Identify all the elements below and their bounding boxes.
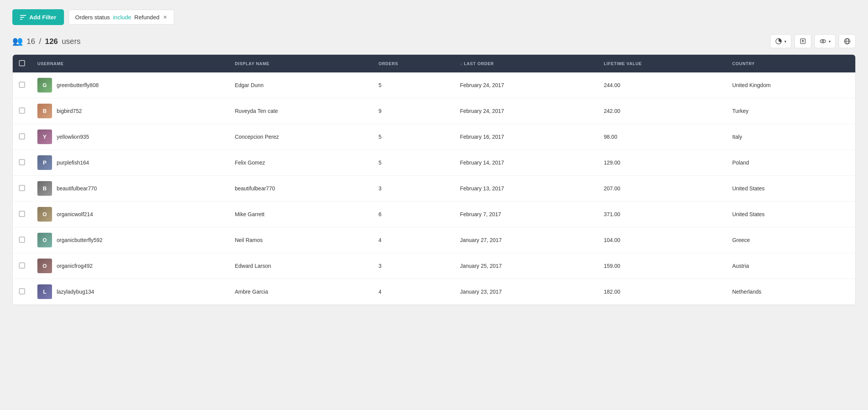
avatar: B — [37, 104, 52, 118]
display-name-cell: Edgar Dunn — [229, 72, 372, 98]
country-cell: Netherlands — [726, 279, 855, 305]
user-count: 👥 16 / 126 users — [12, 36, 81, 46]
last-order-cell: February 24, 2017 — [454, 98, 598, 124]
columns-chevron: ▾ — [829, 39, 831, 44]
username-cell: Ppurplefish164 — [31, 150, 229, 176]
username-text: purplefish164 — [57, 160, 89, 166]
users-table: USERNAME DISPLAY NAME ORDERS ↓ LAST ORDE… — [13, 55, 855, 305]
row-checkbox[interactable] — [19, 133, 25, 139]
columns-button[interactable]: ▾ — [814, 34, 836, 48]
table-row[interactable]: Llazyladybug134Ambre Garcia4January 23, … — [13, 279, 855, 305]
header-lifetime-value: LIFETIME VALUE — [597, 55, 726, 72]
last-order-cell: January 23, 2017 — [454, 279, 598, 305]
display-name-cell: Mike Garrett — [229, 202, 372, 227]
orders-cell: 3 — [372, 253, 454, 279]
filter-chip: Orders status include Refunded × — [69, 10, 174, 25]
svg-point-3 — [822, 40, 824, 42]
select-all-checkbox[interactable] — [19, 60, 25, 66]
table-row[interactable]: Oorganicfrog492Edward Larson3January 25,… — [13, 253, 855, 279]
count-label: users — [62, 37, 81, 46]
lifetime-value-cell: 371.00 — [597, 202, 726, 227]
username-text: greenbutterfly808 — [57, 82, 99, 88]
header-display-name: DISPLAY NAME — [229, 55, 372, 72]
row-check-cell — [13, 98, 31, 124]
username-text: lazyladybug134 — [57, 289, 94, 295]
users-table-container: USERNAME DISPLAY NAME ORDERS ↓ LAST ORDE… — [12, 54, 856, 305]
chart-icon — [775, 38, 782, 45]
lifetime-value-cell: 159.00 — [597, 253, 726, 279]
table-row[interactable]: Ppurplefish164Felix Gomez5February 14, 2… — [13, 150, 855, 176]
row-check-cell — [13, 72, 31, 98]
username-text: organicwolf214 — [57, 211, 93, 217]
row-check-cell — [13, 176, 31, 202]
filter-chip-include-word: include — [113, 14, 131, 20]
row-check-cell — [13, 124, 31, 150]
country-cell: Poland — [726, 150, 855, 176]
display-name-cell: Ambre Garcia — [229, 279, 372, 305]
username-cell: Ggreenbutterfly808 — [31, 72, 229, 98]
orders-cell: 4 — [372, 227, 454, 253]
row-checkbox[interactable] — [19, 185, 25, 191]
last-order-cell: February 7, 2017 — [454, 202, 598, 227]
users-icon: 👥 — [12, 36, 23, 46]
top-bar: Add Filter Orders status include Refunde… — [12, 9, 856, 25]
row-checkbox[interactable] — [19, 108, 25, 114]
country-cell: Italy — [726, 124, 855, 150]
toolbar-right: ▾ ▾ — [770, 34, 856, 48]
row-checkbox[interactable] — [19, 262, 25, 269]
count-current: 16 — [27, 37, 35, 46]
last-order-cell: January 25, 2017 — [454, 253, 598, 279]
table-row[interactable]: Ggreenbutterfly808Edgar Dunn5February 24… — [13, 72, 855, 98]
count-total: 126 — [45, 37, 58, 46]
orders-cell: 3 — [372, 176, 454, 202]
count-separator: / — [39, 37, 41, 46]
row-check-cell — [13, 279, 31, 305]
add-filter-button[interactable]: Add Filter — [12, 9, 64, 25]
chart-chevron: ▾ — [784, 39, 786, 44]
orders-cell: 5 — [372, 124, 454, 150]
row-checkbox[interactable] — [19, 82, 25, 88]
orders-cell: 5 — [372, 150, 454, 176]
country-cell: Austria — [726, 253, 855, 279]
header-check — [13, 55, 31, 72]
row-checkbox[interactable] — [19, 211, 25, 217]
avatar: L — [37, 284, 52, 299]
last-order-cell: February 14, 2017 — [454, 150, 598, 176]
country-cell: Greece — [726, 227, 855, 253]
table-row[interactable]: Yyellowlion935Concepcion Perez5February … — [13, 124, 855, 150]
display-name-cell: Concepcion Perez — [229, 124, 372, 150]
table-row[interactable]: Oorganicwolf214Mike Garrett6February 7, … — [13, 202, 855, 227]
lifetime-value-cell: 129.00 — [597, 150, 726, 176]
row-checkbox[interactable] — [19, 237, 25, 243]
display-name-cell: Edward Larson — [229, 253, 372, 279]
row-checkbox[interactable] — [19, 288, 25, 294]
username-text: organicfrog492 — [57, 263, 93, 269]
table-row[interactable]: Bbigbird752Ruveyda Ten cate9February 24,… — [13, 98, 855, 124]
username-cell: Llazyladybug134 — [31, 279, 229, 305]
lifetime-value-cell: 104.00 — [597, 227, 726, 253]
export-button[interactable] — [794, 34, 811, 48]
orders-cell: 9 — [372, 98, 454, 124]
row-check-cell — [13, 150, 31, 176]
row-check-cell — [13, 253, 31, 279]
filter-chip-close-button[interactable]: × — [163, 14, 168, 20]
avatar: G — [37, 78, 52, 92]
country-cell: United States — [726, 202, 855, 227]
table-body: Ggreenbutterfly808Edgar Dunn5February 24… — [13, 72, 855, 305]
table-row[interactable]: Oorganicbutterfly592Neil Ramos4January 2… — [13, 227, 855, 253]
table-row[interactable]: Bbeautifulbear770beautifulbear7703Februa… — [13, 176, 855, 202]
lifetime-value-cell: 182.00 — [597, 279, 726, 305]
row-checkbox[interactable] — [19, 159, 25, 165]
summary-row: 👥 16 / 126 users ▾ — [12, 34, 856, 48]
last-order-cell: February 13, 2017 — [454, 176, 598, 202]
lifetime-value-cell: 242.00 — [597, 98, 726, 124]
header-last-order[interactable]: ↓ LAST ORDER — [454, 55, 598, 72]
globe-button[interactable] — [839, 34, 856, 48]
chart-button[interactable]: ▾ — [770, 34, 791, 48]
username-cell: Bbigbird752 — [31, 98, 229, 124]
table-header: USERNAME DISPLAY NAME ORDERS ↓ LAST ORDE… — [13, 55, 855, 72]
avatar: O — [37, 207, 52, 222]
orders-cell: 4 — [372, 279, 454, 305]
header-country: COUNTRY — [726, 55, 855, 72]
avatar: O — [37, 233, 52, 247]
